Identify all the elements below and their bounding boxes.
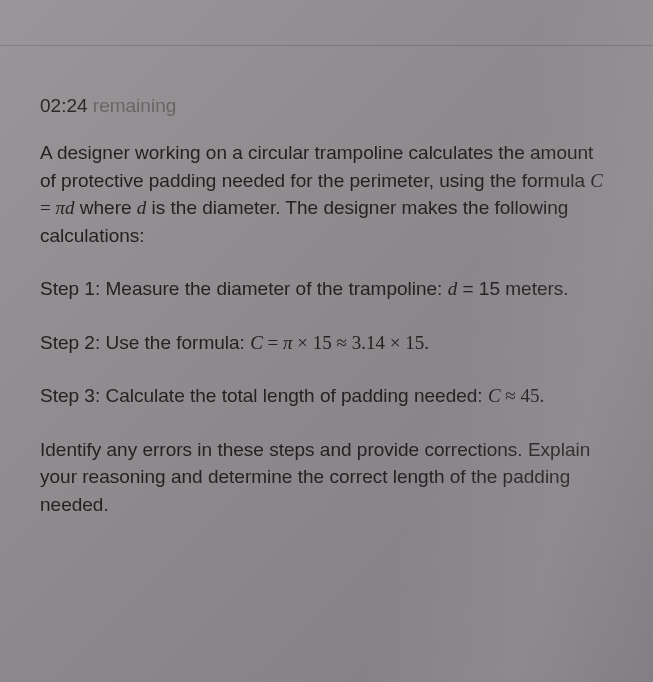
step1-label: Step 1: [40,278,106,299]
formula-d: d [65,197,75,218]
step3-C: C [488,385,501,406]
timer-time: 02:24 [40,95,88,116]
problem-intro: A designer working on a circular trampol… [40,139,613,249]
step2-eq1: = [263,332,283,353]
intro-text-1: A designer working on a circular trampol… [40,142,593,191]
formula-d2: d [137,197,147,218]
timer-display: 02:24 remaining [40,95,613,117]
step2-label: Step 2: [40,332,106,353]
step2-text: Use the formula: [106,332,251,353]
step1-text: Measure the diameter of the trampoline: [106,278,448,299]
question-prompt: Identify any errors in these steps and p… [40,436,613,519]
step3-text: Calculate the total length of padding ne… [106,385,488,406]
document-content: 02:24 remaining A designer working on a … [0,0,653,548]
timer-label: remaining [93,95,176,116]
step1-var: d [448,278,458,299]
formula-eq: = [40,197,55,218]
formula-C: C [590,170,603,191]
step2-C: C [250,332,263,353]
step-1: Step 1: Measure the diameter of the tram… [40,275,613,303]
step2-pi: π [283,332,293,353]
step3-label: Step 3: [40,385,106,406]
step-3: Step 3: Calculate the total length of pa… [40,382,613,410]
step1-val: = 15 meters. [457,278,568,299]
question-text: Identify any errors in these steps and p… [40,439,590,515]
step2-mult1: × 15 ≈ 3.14 × 15. [293,332,429,353]
intro-text-2: where [75,197,137,218]
step-2: Step 2: Use the formula: C = π × 15 ≈ 3.… [40,329,613,357]
step3-val: ≈ 45. [501,385,545,406]
top-divider [0,45,653,46]
formula-pi: π [55,197,65,218]
